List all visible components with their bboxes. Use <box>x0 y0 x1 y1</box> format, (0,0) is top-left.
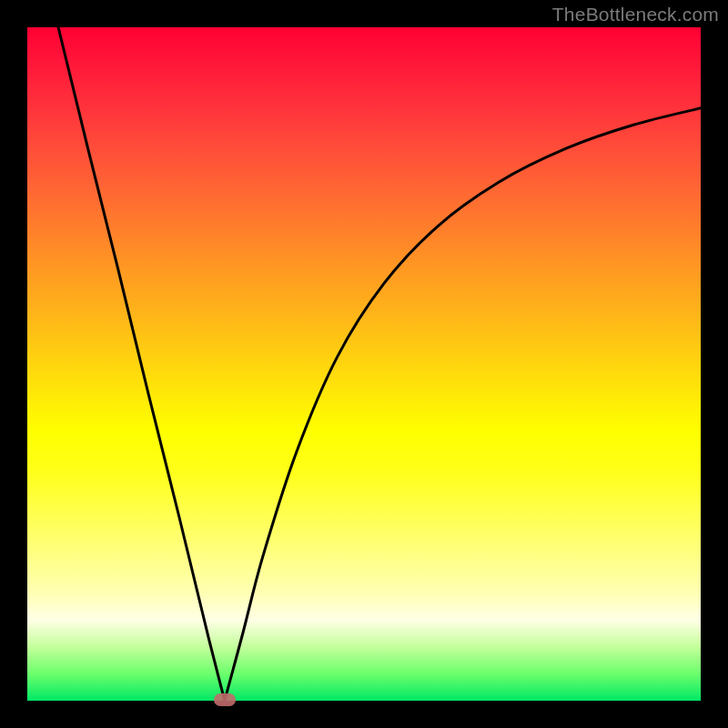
chart-curve <box>58 27 701 701</box>
watermark-text: TheBottleneck.com <box>552 4 719 25</box>
chart-curve-svg <box>27 27 701 701</box>
chart-frame: TheBottleneck.com <box>0 0 728 728</box>
chart-plot-area <box>27 27 701 701</box>
min-marker-pill <box>214 693 236 706</box>
